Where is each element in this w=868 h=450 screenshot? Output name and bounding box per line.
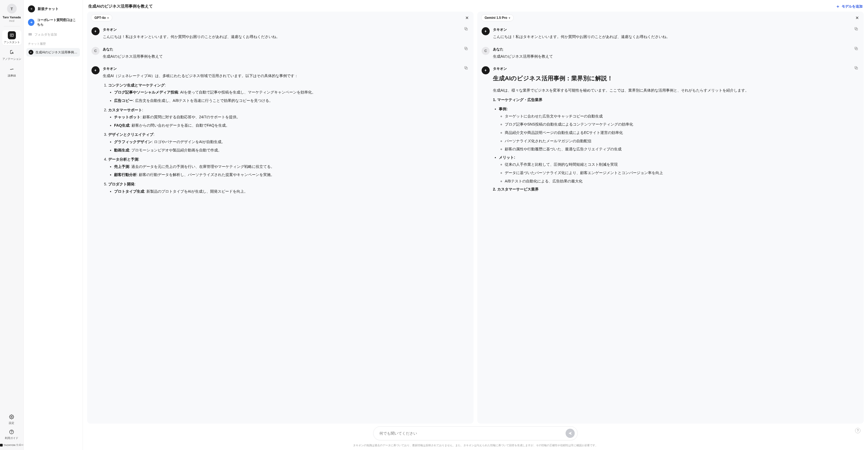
- close-column-button[interactable]: ✕: [854, 16, 860, 21]
- topbar: 生成AIのビジネス活用事例を教えて ＋ モデルを追加: [83, 0, 868, 11]
- rail-label: 設定: [9, 421, 14, 425]
- plus-icon: ＋: [836, 4, 840, 9]
- rail-label: アシスタント: [4, 40, 20, 44]
- message-content: タキオン生成AIのビジネス活用事例：業界別に解説！生成AIは、様々な業界でビジネ…: [493, 66, 859, 195]
- message-text: 生成AIのビジネス活用事例を教えて: [493, 53, 859, 60]
- message-content: あなた生成AIのビジネス活用事例を教えて: [493, 47, 859, 60]
- corporate-qa-label: コーポレート質問窓口はこちら: [37, 18, 78, 27]
- user-avatar-icon: C: [91, 47, 99, 55]
- rail-label: 利用ガイド: [5, 436, 18, 440]
- copy-button[interactable]: [854, 27, 859, 32]
- message-author: タキオン: [493, 27, 859, 32]
- user-avatar[interactable]: T: [7, 4, 17, 13]
- help-icon[interactable]: ?: [855, 428, 861, 433]
- rail-label: アノテーション: [2, 57, 21, 61]
- brand-icon: [0, 444, 3, 447]
- bot-message: タキオン生成AI（ジェネレーティブAI）は、多岐にわたるビジネス領域で活用されて…: [91, 64, 469, 201]
- rail-annotation[interactable]: アノテーション: [2, 47, 22, 62]
- column-header: Gemini 1.5 Pro▾✕: [477, 11, 864, 24]
- rail-label: 議事録: [8, 74, 16, 78]
- message-author: あなた: [493, 47, 859, 52]
- history-item[interactable]: 生成AIのビジネス活用事例を...: [26, 48, 80, 57]
- message-text: こんにちは！私はタキオンといいます。何か質問やお困りのことがあれば、遠慮なくお尋…: [103, 33, 469, 40]
- divider: [4, 26, 20, 26]
- new-chat-button[interactable]: ＋ 新規チャット: [26, 4, 80, 14]
- model-selector[interactable]: Gemini 1.5 Pro▾: [481, 14, 514, 21]
- message-content: あなた生成AIのビジネス活用事例を教えて: [103, 47, 469, 60]
- model-column: GPT-4o▾✕タキオンこんにちは！私はタキオンといいます。何か質問やお困りのこ…: [87, 11, 473, 424]
- copy-button[interactable]: [464, 66, 469, 71]
- add-folder-button[interactable]: フォルダを追加: [26, 31, 80, 38]
- new-chat-label: 新規チャット: [38, 6, 59, 11]
- arrow-icon: [28, 19, 34, 26]
- model-name: GPT-4o: [94, 16, 106, 20]
- model-column: Gemini 1.5 Pro▾✕タキオンこんにちは！私はタキオンといいます。何か…: [477, 11, 864, 424]
- history-label: 生成AIのビジネス活用事例を...: [35, 50, 78, 55]
- left-rail: T Taro Yamada mcd アシスタント アノテーション 議事録 設定: [0, 0, 24, 450]
- copy-button[interactable]: [854, 46, 859, 52]
- copy-button[interactable]: [854, 66, 859, 71]
- message-author: タキオン: [103, 66, 469, 71]
- model-selector[interactable]: GPT-4o▾: [91, 14, 112, 21]
- message-content: タキオンこんにちは！私はタキオンといいます。何か質問やお困りのことがあれば、遠慮…: [493, 27, 859, 40]
- rail-minutes[interactable]: 議事録: [2, 64, 22, 79]
- message-content: タキオンこんにちは！私はタキオンといいます。何か質問やお困りのことがあれば、遠慮…: [103, 27, 469, 40]
- chevron-down-icon: ▾: [509, 17, 510, 20]
- column-header: GPT-4o▾✕: [87, 11, 473, 24]
- chat-input-container: [373, 426, 578, 440]
- model-name: Gemini 1.5 Pro: [485, 16, 507, 20]
- message-text: 生成AIのビジネス活用事例を教えて: [103, 53, 469, 60]
- plus-icon: ＋: [28, 5, 35, 12]
- corporate-qa-button[interactable]: コーポレート質問窓口はこちら: [26, 16, 80, 29]
- message-text: 生成AIのビジネス活用事例：業界別に解説！生成AIは、様々な業界でビジネスを変革…: [493, 73, 859, 193]
- user-message: Cあなた生成AIのビジネス活用事例を教えて: [91, 45, 469, 64]
- chat-icon: [8, 31, 16, 39]
- bot-message: タキオン生成AIのビジネス活用事例：業界別に解説！生成AIは、様々な業界でビジネ…: [482, 64, 859, 199]
- bot-message: タキオンこんにちは！私はタキオンといいます。何か質問やお困りのことがあれば、遠慮…: [482, 25, 859, 45]
- history-heading: チャット履歴: [26, 41, 80, 46]
- message-text: 生成AI（ジェネレーティブAI）は、多岐にわたるビジネス領域で活用されています。…: [103, 72, 469, 195]
- svg-rect-6: [29, 34, 32, 34]
- add-model-button[interactable]: ＋ モデルを追加: [836, 4, 863, 9]
- svg-point-2: [11, 416, 12, 417]
- svg-rect-7: [29, 35, 32, 35]
- message-author: タキオン: [493, 66, 859, 71]
- model-columns: GPT-4o▾✕タキオンこんにちは！私はタキオンといいます。何か質問やお困りのこ…: [83, 11, 868, 424]
- copy-button[interactable]: [464, 27, 469, 32]
- input-area: ?: [83, 424, 868, 442]
- bolt-icon: [29, 50, 33, 55]
- bot-message: タキオンこんにちは！私はタキオンといいます。何か質問やお困りのことがあれば、遠慮…: [91, 25, 469, 45]
- bot-avatar-icon: [91, 66, 99, 74]
- chevron-down-icon: ▾: [107, 17, 109, 20]
- page-title: 生成AIのビジネス活用事例を教えて: [88, 4, 153, 9]
- close-column-button[interactable]: ✕: [464, 16, 470, 21]
- chat-input[interactable]: [379, 431, 565, 435]
- column-body[interactable]: タキオンこんにちは！私はタキオンといいます。何か質問やお困りのことがあれば、遠慮…: [87, 24, 473, 424]
- help-icon: [9, 429, 14, 435]
- message-author: タキオン: [103, 27, 469, 32]
- user-name: Taro Yamada: [3, 16, 21, 19]
- main: 生成AIのビジネス活用事例を教えて ＋ モデルを追加 GPT-4o▾✕タキオンこ…: [83, 0, 868, 450]
- bot-avatar-icon: [482, 66, 490, 74]
- user-org: mcd: [9, 20, 14, 22]
- document-search-icon: [8, 48, 16, 56]
- sidebar: ＋ 新規チャット コーポレート質問窓口はこちら フォルダを追加 チャット履歴 生…: [24, 0, 83, 450]
- bot-avatar-icon: [482, 27, 490, 35]
- user-message: Cあなた生成AIのビジネス活用事例を教えて: [482, 45, 859, 64]
- disclaimer-text: タキオンの知識は過去のデータに基づいており、最新情報は反映されておりません。また…: [83, 442, 868, 450]
- svg-point-1: [12, 52, 13, 53]
- svg-rect-0: [10, 34, 13, 36]
- bot-avatar-icon: [91, 27, 99, 35]
- send-button[interactable]: [565, 429, 575, 438]
- message-content: タキオン生成AI（ジェネレーティブAI）は、多岐にわたるビジネス領域で活用されて…: [103, 66, 469, 197]
- column-body[interactable]: タキオンこんにちは！私はタキオンといいます。何か質問やお困りのことがあれば、遠慮…: [477, 24, 864, 424]
- rail-assistant[interactable]: アシスタント: [2, 30, 22, 45]
- copy-button[interactable]: [464, 46, 469, 52]
- folder-add-icon: [28, 32, 32, 37]
- message-text: こんにちは！私はタキオンといいます。何か質問やお困りのことがあれば、遠慮なくお尋…: [493, 33, 859, 40]
- brand: TACHYON 生成AI: [0, 442, 23, 447]
- rail-guide[interactable]: 利用ガイド: [2, 428, 21, 441]
- svg-rect-5: [29, 33, 32, 34]
- rail-settings[interactable]: 設定: [2, 413, 21, 426]
- scribble-icon: [8, 65, 16, 73]
